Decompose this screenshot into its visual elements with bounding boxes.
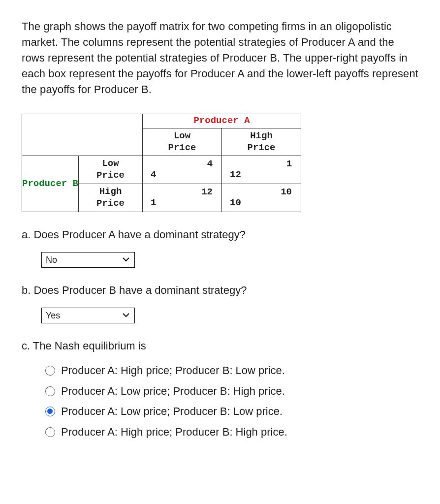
radio-icon <box>45 386 55 396</box>
choice-1[interactable]: Producer A: Low price; Producer B: High … <box>45 383 418 399</box>
radio-icon <box>45 366 55 376</box>
payoff-b: 12 <box>230 168 241 182</box>
payoff-a: 4 <box>207 158 213 171</box>
col-strategy-high: HighPrice <box>222 128 301 156</box>
part-b-text: b. Does Producer B have a dominant strat… <box>22 283 418 298</box>
choice-label: Producer A: High price; Producer B: High… <box>61 424 287 440</box>
row-strategy-high: HighPrice <box>79 184 143 212</box>
part-a-text: a. Does Producer A have a dominant strat… <box>22 227 418 243</box>
cell-low-high: 1 12 <box>222 156 301 184</box>
payoff-b: 1 <box>151 196 156 210</box>
chevron-down-icon <box>123 312 129 318</box>
part-b-dropdown[interactable]: Yes <box>41 308 135 323</box>
question-intro: The graph shows the payoff matrix for tw… <box>22 19 418 97</box>
choice-3[interactable]: Producer A: High price; Producer B: High… <box>45 424 418 440</box>
choice-label: Producer A: Low price; Producer B: Low p… <box>61 404 283 419</box>
dropdown-value: Yes <box>46 311 60 320</box>
payoff-a: 12 <box>201 186 213 199</box>
row-strategy-low: LowPrice <box>79 156 143 184</box>
payoff-a: 1 <box>286 158 292 171</box>
part-c-text: c. The Nash equilibrium is <box>22 338 418 354</box>
payoff-b: 10 <box>230 196 241 210</box>
payoff-a: 10 <box>281 186 292 199</box>
choice-label: Producer A: High price; Producer B: Low … <box>61 363 285 378</box>
col-strategy-low: LowPrice <box>143 128 222 156</box>
row-player-label: Producer B <box>22 156 79 212</box>
radio-icon <box>45 427 55 437</box>
cell-high-low: 12 1 <box>143 184 222 212</box>
payoff-matrix: Producer A LowPrice HighPrice Producer B… <box>22 114 418 212</box>
choice-label: Producer A: Low price; Producer B: High … <box>61 383 285 399</box>
col-player-label: Producer A <box>143 114 301 128</box>
part-c-choices: Producer A: High price; Producer B: Low … <box>45 363 418 441</box>
matrix-corner <box>22 114 143 156</box>
payoff-b: 4 <box>151 168 156 182</box>
choice-0[interactable]: Producer A: High price; Producer B: Low … <box>45 363 418 378</box>
chevron-down-icon <box>123 256 129 263</box>
dropdown-value: No <box>46 255 57 265</box>
choice-2[interactable]: Producer A: Low price; Producer B: Low p… <box>45 404 418 419</box>
cell-low-low: 4 4 <box>143 156 222 184</box>
cell-high-high: 10 10 <box>222 184 301 212</box>
part-a-dropdown[interactable]: No <box>41 252 135 268</box>
radio-icon <box>45 407 55 416</box>
